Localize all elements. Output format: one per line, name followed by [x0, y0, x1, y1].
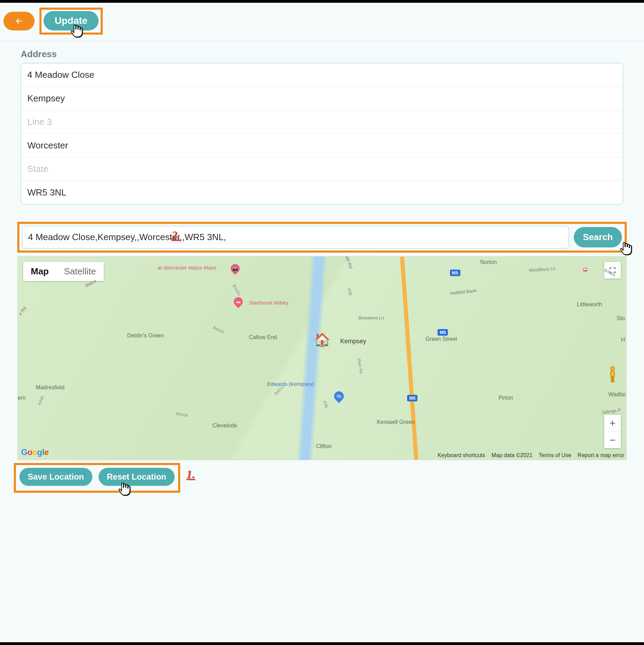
map-label: at Worcester Maize Maze [158, 265, 217, 271]
address-section: Address [0, 41, 644, 208]
svg-rect-1 [610, 371, 615, 377]
svg-rect-3 [613, 377, 614, 382]
svg-rect-5 [584, 269, 587, 270]
map-label: ern [18, 395, 26, 401]
save-location-button[interactable]: Save Location [19, 468, 92, 486]
map-label: Sidings P [601, 407, 621, 415]
map-label: Clifton [316, 443, 331, 449]
svg-point-0 [610, 366, 615, 371]
bottom-actions: Save Location Reset Location 1. [14, 463, 630, 493]
pegman-button[interactable] [604, 364, 621, 386]
address-heading: Address [21, 49, 623, 60]
report-error-link[interactable]: Report a map error [578, 452, 624, 458]
map-label: Sto [617, 315, 625, 321]
map-data-text: Map data ©2021 [491, 452, 533, 458]
search-button[interactable]: Search [574, 227, 622, 247]
map-label: Kerswell Green [377, 419, 414, 425]
map-label: Littleworth [577, 301, 602, 308]
back-button[interactable] [3, 12, 35, 30]
map-label: Bath Rd [343, 256, 353, 269]
zoom-out-button[interactable]: − [604, 431, 621, 448]
zoom-in-button[interactable]: + [604, 415, 621, 431]
terms-link[interactable]: Terms of Use [539, 452, 571, 458]
m5-shield-icon: M5 [438, 329, 448, 336]
map-label: Green Street [425, 336, 457, 342]
address-postcode-input[interactable] [21, 181, 623, 204]
address-inputs [21, 63, 623, 205]
map-label: e Rd [18, 306, 27, 316]
map-label: Main Rd [357, 358, 364, 374]
map-label: Madresfield [36, 384, 65, 391]
map-type-map[interactable]: Map [23, 262, 56, 281]
map-label: Stanbrook Abbey [249, 300, 288, 306]
map-footer: Keyboard shortcuts Map data ©2021 Terms … [438, 452, 624, 458]
map-label: A38 [322, 400, 329, 409]
map-label: Hatfield Bank [450, 288, 477, 296]
map-label: Callow End [249, 334, 277, 340]
fullscreen-button[interactable] [604, 262, 621, 279]
back-arrow-icon [15, 15, 24, 27]
address-line2-input[interactable] [21, 87, 623, 110]
search-input[interactable] [22, 226, 569, 248]
search-highlight: 2. Search [17, 222, 627, 253]
letterbox-bottom [0, 642, 644, 645]
map-label: Woodbury Ln [529, 266, 556, 273]
m5-shield-icon: M5 [407, 395, 417, 401]
zoom-controls: + − [604, 415, 621, 448]
shopping-pin-icon: 🛍 [332, 389, 346, 403]
map-label: Kempsey [340, 338, 366, 345]
reset-location-button[interactable]: Reset Location [99, 468, 175, 486]
poi-pin-icon: 🛏 [232, 296, 245, 308]
address-city-input[interactable] [21, 134, 623, 157]
map-label: A449 [37, 395, 45, 406]
annotation-step-1: 1. [186, 468, 195, 481]
map-label: Deblin's Green [127, 333, 164, 339]
map-label: Clevelode [212, 423, 237, 429]
map-label: H [621, 337, 625, 343]
pegman-icon [606, 366, 619, 384]
poi-pin-icon: 📷 [229, 262, 242, 275]
map-type-satellite[interactable]: Satellite [56, 262, 104, 281]
fullscreen-icon [609, 266, 616, 274]
map-label: B4424 [176, 411, 188, 418]
map-label: Norton [480, 259, 497, 265]
letterbox-top [0, 0, 644, 3]
map-canvas[interactable]: Map Satellite + − Norton Littlewort [17, 256, 627, 460]
address-line3-input[interactable] [21, 110, 623, 134]
google-logo: Google [21, 447, 49, 457]
address-line1-input[interactable] [21, 63, 623, 87]
address-state-input[interactable] [21, 157, 623, 181]
map-river [297, 256, 328, 460]
map-label: A38 [347, 288, 353, 296]
topbar: Update [0, 3, 644, 41]
page-root: Update Address 2. Search [0, 0, 644, 645]
train-station-icon [582, 267, 588, 273]
map-m5-road [400, 256, 418, 460]
map-label: B4424 [232, 283, 242, 296]
map-label: Pirton [498, 395, 513, 401]
m5-shield-icon: M5 [450, 270, 460, 276]
svg-rect-2 [611, 377, 613, 382]
map-type-toggle: Map Satellite [23, 262, 104, 281]
map-label: Brookend Ln [359, 315, 384, 320]
keyboard-shortcuts-link[interactable]: Keyboard shortcuts [438, 452, 485, 458]
map-container: Map Satellite + − Norton Littlewort [17, 256, 627, 460]
map-label: Wadbo [608, 391, 626, 398]
map-label: B4424 [212, 325, 225, 335]
location-buttons-highlight: Save Location Reset Location [14, 463, 180, 493]
update-highlight: Update [39, 8, 103, 35]
map-label: B4211 [273, 384, 285, 396]
